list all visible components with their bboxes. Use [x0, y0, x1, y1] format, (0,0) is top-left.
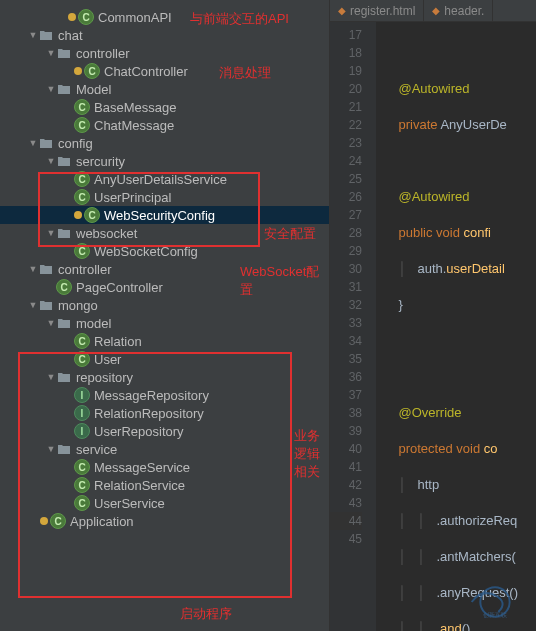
editor-panel: ◆register.html ◆header. 1718192021222324…	[330, 0, 536, 631]
tree-label: MessageService	[94, 460, 190, 475]
tree-folder-config[interactable]: ▼config	[0, 134, 329, 152]
folder-icon	[38, 297, 54, 313]
project-tree-panel[interactable]: CCommonAPI ▼chat ▼controller CChatContro…	[0, 0, 330, 631]
tab-header[interactable]: ◆header.	[424, 0, 493, 21]
tree-label: Model	[76, 82, 111, 97]
expand-arrow-icon[interactable]: ▼	[28, 300, 38, 310]
tree-file-relation[interactable]: CRelation	[0, 332, 329, 350]
class-icon: C	[74, 171, 90, 187]
class-icon: C	[74, 189, 90, 205]
class-icon: C	[74, 495, 90, 511]
class-icon: C	[56, 279, 72, 295]
tree-folder-chat[interactable]: ▼chat	[0, 26, 329, 44]
tree-file-basemessage[interactable]: CBaseMessage	[0, 98, 329, 116]
tree-folder-model[interactable]: ▼Model	[0, 80, 329, 98]
tree-file-websocketconfig[interactable]: CWebSocketConfig	[0, 242, 329, 260]
html-file-icon: ◆	[338, 5, 346, 16]
tree-label: config	[58, 136, 93, 151]
tree-file-user[interactable]: CUser	[0, 350, 329, 368]
tree-file-application[interactable]: CApplication	[0, 512, 329, 530]
folder-icon	[56, 81, 72, 97]
watermark-logo: 创新互联	[460, 582, 530, 625]
tree-file-chatmessage[interactable]: CChatMessage	[0, 116, 329, 134]
tree-file-pagecontroller[interactable]: CPageController	[0, 278, 329, 296]
tree-file-chatcontroller[interactable]: CChatController	[0, 62, 329, 80]
tree-label: mongo	[58, 298, 98, 313]
tree-file-relationservice[interactable]: CRelationService	[0, 476, 329, 494]
annotation-boot: 启动程序	[180, 605, 232, 623]
expand-arrow-icon[interactable]: ▼	[28, 138, 38, 148]
tree-file-userservice[interactable]: CUserService	[0, 494, 329, 512]
interface-icon: I	[74, 423, 90, 439]
tree-file-commonapi[interactable]: CCommonAPI	[0, 8, 329, 26]
tree-folder-repository[interactable]: ▼repository	[0, 368, 329, 386]
vcs-dot-icon	[68, 13, 76, 21]
folder-icon	[56, 441, 72, 457]
tree-label: PageController	[76, 280, 163, 295]
vcs-dot-icon	[74, 211, 82, 219]
class-icon: C	[74, 351, 90, 367]
folder-icon	[38, 135, 54, 151]
code-editor[interactable]: 1718192021222324252627282930313233343536…	[330, 22, 536, 631]
folder-icon	[56, 225, 72, 241]
tree-folder-mongo[interactable]: ▼mongo	[0, 296, 329, 314]
tab-register[interactable]: ◆register.html	[330, 0, 424, 21]
tree-label: UserRepository	[94, 424, 184, 439]
expand-arrow-icon[interactable]: ▼	[46, 156, 56, 166]
tree-file-relationrepo[interactable]: IRelationRepository	[0, 404, 329, 422]
tree-folder-controller[interactable]: ▼controller	[0, 44, 329, 62]
tree-folder-websocket[interactable]: ▼websocket	[0, 224, 329, 242]
tree-label: websocket	[76, 226, 137, 241]
folder-icon	[56, 369, 72, 385]
tree-file-anyuserdetails[interactable]: CAnyUserDetailsService	[0, 170, 329, 188]
editor-tabs[interactable]: ◆register.html ◆header.	[330, 0, 536, 22]
expand-arrow-icon[interactable]: ▼	[28, 30, 38, 40]
line-gutter[interactable]: 1718192021222324252627282930313233343536…	[330, 22, 376, 631]
expand-arrow-icon[interactable]: ▼	[46, 444, 56, 454]
tree-label: service	[76, 442, 117, 457]
tree-label: ChatController	[104, 64, 188, 79]
tree-label: ChatMessage	[94, 118, 174, 133]
class-icon: C	[78, 9, 94, 25]
tree-file-userrepo[interactable]: IUserRepository	[0, 422, 329, 440]
class-icon: C	[74, 459, 90, 475]
tree-label: WebSecurityConfig	[104, 208, 215, 223]
class-icon: C	[74, 117, 90, 133]
project-tree[interactable]: CCommonAPI ▼chat ▼controller CChatContro…	[0, 0, 329, 530]
tree-label: BaseMessage	[94, 100, 176, 115]
html-file-icon: ◆	[432, 5, 440, 16]
tree-label: CommonAPI	[98, 10, 172, 25]
expand-arrow-icon[interactable]: ▼	[46, 228, 56, 238]
tree-label: Relation	[94, 334, 142, 349]
interface-icon: I	[74, 405, 90, 421]
tree-label: AnyUserDetailsService	[94, 172, 227, 187]
code-content[interactable]: @Autowired private AnyUserDe @Autowired …	[376, 22, 518, 631]
tree-label: RelationService	[94, 478, 185, 493]
tree-folder-controller2[interactable]: ▼controller	[0, 260, 329, 278]
tree-file-messageservice[interactable]: CMessageService	[0, 458, 329, 476]
interface-icon: I	[74, 387, 90, 403]
tree-label: RelationRepository	[94, 406, 204, 421]
expand-arrow-icon[interactable]: ▼	[46, 48, 56, 58]
tree-label: UserService	[94, 496, 165, 511]
expand-arrow-icon[interactable]: ▼	[46, 84, 56, 94]
ide-root: CCommonAPI ▼chat ▼controller CChatContro…	[0, 0, 536, 631]
tree-file-userprincipal[interactable]: CUserPrincipal	[0, 188, 329, 206]
folder-icon	[56, 153, 72, 169]
class-icon: C	[84, 63, 100, 79]
expand-arrow-icon[interactable]: ▼	[28, 264, 38, 274]
tree-file-messagerepo[interactable]: IMessageRepository	[0, 386, 329, 404]
class-icon: C	[50, 513, 66, 529]
expand-arrow-icon[interactable]: ▼	[46, 372, 56, 382]
folder-icon	[38, 27, 54, 43]
tree-label: controller	[58, 262, 111, 277]
tree-label: User	[94, 352, 121, 367]
tree-file-websecurityconfig[interactable]: CWebSecurityConfig	[0, 206, 329, 224]
tree-label: chat	[58, 28, 83, 43]
tree-folder-sercurity[interactable]: ▼sercurity	[0, 152, 329, 170]
class-icon: C	[74, 333, 90, 349]
tree-folder-model2[interactable]: ▼model	[0, 314, 329, 332]
expand-arrow-icon[interactable]: ▼	[46, 318, 56, 328]
tree-label: model	[76, 316, 111, 331]
tree-folder-service[interactable]: ▼service	[0, 440, 329, 458]
